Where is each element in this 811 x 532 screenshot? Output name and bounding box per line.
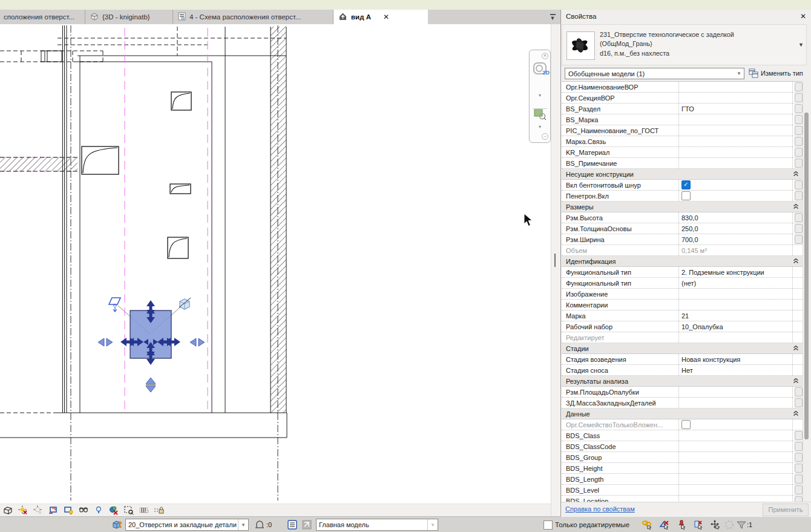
associate-param-button[interactable] [795, 213, 803, 222]
property-value[interactable]: ✓ [679, 180, 792, 190]
opening-symbol[interactable] [168, 237, 188, 258]
property-value[interactable] [679, 430, 792, 441]
reveal-constraints-icon[interactable] [108, 505, 119, 515]
property-value[interactable] [679, 82, 792, 92]
associate-param-button[interactable] [795, 431, 803, 440]
property-value[interactable]: 21 [679, 310, 792, 321]
show-crop-icon[interactable] [63, 505, 74, 515]
zoom-menu-chevron-icon[interactable]: ▾ [530, 124, 550, 130]
properties-close-icon[interactable]: ✕ [800, 12, 806, 21]
collapse-chevrons-icon[interactable] [793, 345, 799, 352]
checkbox-unchecked[interactable] [681, 191, 691, 200]
edit-type-button[interactable]: Изменить тип [749, 67, 809, 80]
property-group-header[interactable]: Данные [562, 409, 804, 419]
property-value[interactable] [679, 485, 792, 495]
property-group-header[interactable]: Результаты анализа [562, 376, 804, 387]
collapse-chevrons-icon[interactable] [793, 203, 799, 211]
property-value[interactable] [679, 387, 792, 397]
view-tab-4[interactable]: вид А✕ [333, 10, 428, 24]
property-value[interactable]: ГТО [679, 103, 792, 114]
property-group-header[interactable]: Идентификация [562, 256, 804, 267]
associate-param-button[interactable] [795, 148, 803, 157]
visual-style-icon[interactable] [2, 505, 13, 515]
associate-param-button[interactable] [795, 235, 803, 244]
steering-wheel-icon[interactable]: 2D [530, 61, 550, 79]
navbar-collapse-icon[interactable]: – [542, 133, 548, 140]
property-value[interactable] [679, 441, 792, 452]
property-value[interactable] [679, 289, 792, 299]
associate-param-button[interactable] [795, 453, 803, 462]
property-group-header[interactable]: Размеры [562, 202, 804, 212]
associate-param-button[interactable] [795, 475, 803, 484]
lock-view-icon[interactable] [154, 505, 165, 515]
opening-symbol[interactable] [82, 146, 119, 174]
select-pinned-icon[interactable] [676, 519, 687, 530]
property-value[interactable] [679, 93, 792, 103]
property-value[interactable]: 2. Подземные конструкции [679, 267, 792, 277]
navbar-close-icon[interactable]: ✕ [542, 53, 548, 59]
sun-path-icon[interactable] [18, 505, 28, 515]
property-value[interactable]: 700,0 [679, 234, 792, 245]
wheel-menu-chevron-icon[interactable]: ▾ [530, 93, 550, 98]
associate-param-button[interactable] [795, 387, 803, 396]
associate-param-button[interactable] [795, 442, 803, 451]
opening-symbol[interactable] [170, 184, 191, 194]
property-value[interactable]: 10_Опалубка [679, 321, 792, 332]
collapse-chevrons-icon[interactable] [793, 171, 799, 178]
property-value[interactable] [679, 474, 792, 484]
collapse-chevrons-icon[interactable] [793, 258, 799, 265]
collapse-chevrons-icon[interactable] [793, 378, 799, 385]
associate-param-button[interactable] [795, 126, 803, 135]
category-filter-dropdown[interactable]: Обобщенные модели (1)▼ [565, 68, 744, 79]
associate-param-button[interactable] [795, 159, 803, 168]
drawing-area[interactable]: ✕ 2D ▾ ▾ – [0, 24, 551, 504]
editing-requests-icon[interactable] [254, 519, 265, 530]
property-value[interactable] [679, 136, 792, 146]
associate-param-button[interactable] [795, 398, 803, 407]
property-value[interactable]: Новая конструкция [679, 354, 792, 364]
property-value[interactable] [679, 191, 792, 201]
opening-symbol[interactable] [171, 92, 191, 110]
sheet-list-icon[interactable] [287, 519, 298, 530]
view-tab-1[interactable]: сположения отверст... [0, 10, 85, 24]
design-options-icon[interactable] [301, 519, 312, 530]
associate-param-button[interactable] [795, 464, 803, 473]
property-value[interactable]: 250,0 [679, 223, 792, 234]
collapse-chevrons-icon[interactable] [793, 410, 799, 418]
property-value[interactable] [679, 147, 792, 157]
properties-help-link[interactable]: Справка по свойствам [565, 505, 635, 513]
edit-work-plane-icon[interactable] [109, 298, 120, 312]
crop-view-icon[interactable] [48, 505, 59, 515]
drag-on-selection-icon[interactable] [710, 519, 721, 530]
panel-splitter-strip[interactable] [551, 24, 561, 516]
associate-param-button[interactable] [795, 191, 803, 200]
associate-param-button[interactable] [795, 137, 803, 146]
property-value[interactable]: 830,0 [679, 212, 792, 223]
preview-visibility-icon[interactable] [123, 505, 134, 515]
shadows-icon[interactable] [33, 505, 44, 515]
design-option-dropdown[interactable]: Главная модель▼ [316, 519, 438, 531]
reveal-hidden-icon[interactable] [78, 505, 89, 515]
type-dropdown-chevron-icon[interactable]: ▼ [798, 42, 804, 48]
select-links-icon[interactable] [642, 519, 652, 530]
zoom-region-icon[interactable] [530, 107, 550, 124]
associate-param-button[interactable] [795, 485, 803, 494]
splitter-handle[interactable] [554, 254, 556, 267]
type-selector-box[interactable]: 231_Отверстие технологическое с заделкой… [562, 24, 807, 65]
associate-param-button[interactable] [795, 104, 803, 113]
property-group-header[interactable]: Несущие конструкции [562, 169, 804, 180]
apply-button[interactable]: Применить [763, 504, 809, 516]
tab-close-icon[interactable]: ✕ [383, 13, 389, 21]
associate-param-button[interactable] [795, 82, 803, 91]
editable-only-checkbox[interactable] [543, 521, 553, 530]
checkbox-checked[interactable]: ✓ [681, 180, 691, 189]
select-underlay-icon[interactable] [659, 519, 670, 530]
property-value[interactable] [679, 300, 792, 310]
select-by-face-icon[interactable] [693, 519, 704, 530]
checkbox-unchecked[interactable] [681, 420, 691, 429]
associate-param-button[interactable] [795, 115, 803, 124]
pick-new-host-icon[interactable] [179, 298, 191, 309]
property-value[interactable]: (нет) [679, 278, 792, 288]
associate-param-button[interactable] [795, 224, 803, 233]
worksharing-display-icon[interactable] [139, 505, 149, 515]
